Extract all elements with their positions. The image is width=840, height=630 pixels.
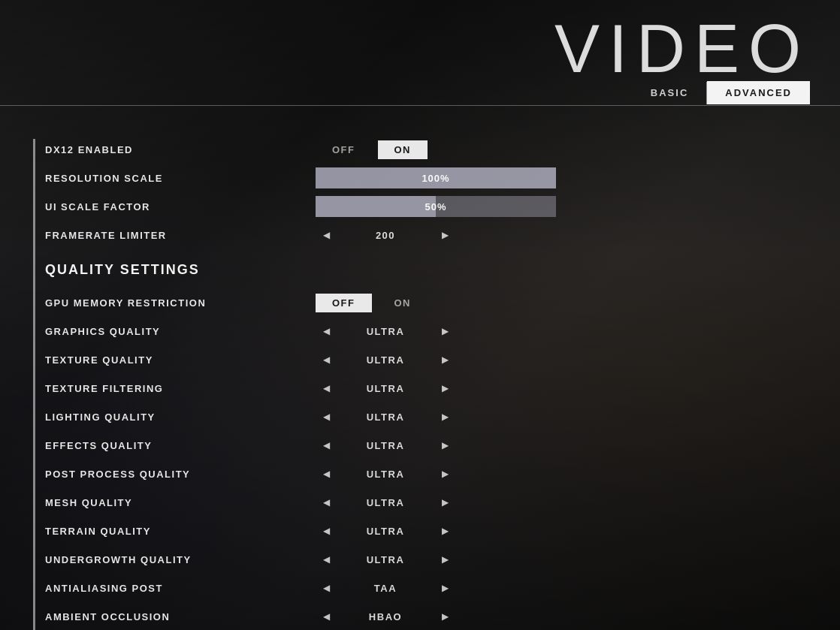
- quality-label-0: GRAPHICS QUALITY: [45, 326, 316, 337]
- quality-value-0: ULTRA: [337, 326, 434, 337]
- settings-panel: DX12 ENABLED OFF ON RESOLUTION SCALE 100…: [45, 135, 810, 630]
- quality-arrow-right-6[interactable]: [434, 492, 455, 513]
- framerate-arrow-right[interactable]: [434, 225, 455, 246]
- framerate-value: 200: [337, 230, 434, 241]
- framerate-selector: 200: [316, 225, 455, 246]
- quality-arrow-right-10[interactable]: [434, 606, 455, 627]
- quality-label-2: TEXTURE FILTERING: [45, 383, 316, 394]
- quality-value-7: ULTRA: [337, 526, 434, 537]
- dx12-row: DX12 ENABLED OFF ON: [45, 135, 810, 164]
- quality-value-3: ULTRA: [337, 411, 434, 423]
- quality-arrow-right-0[interactable]: [434, 321, 455, 342]
- quality-arrow-right-7[interactable]: [434, 520, 455, 541]
- quality-arrow-left-5[interactable]: [316, 463, 337, 484]
- page-title: VIDEO: [554, 15, 810, 83]
- tab-basic[interactable]: BASIC: [633, 81, 706, 104]
- quality-arrow-left-8[interactable]: [316, 549, 337, 570]
- resolution-scale-label: RESOLUTION SCALE: [45, 173, 316, 184]
- dx12-toggle: OFF ON: [316, 140, 428, 159]
- quality-selector-3: ULTRA: [316, 406, 455, 427]
- quality-label-4: EFFECTS QUALITY: [45, 440, 316, 451]
- quality-arrow-left-9[interactable]: [316, 577, 337, 598]
- quality-label-1: TEXTURE QUALITY: [45, 354, 316, 366]
- quality-row-4: EFFECTS QUALITY ULTRA: [45, 431, 810, 460]
- quality-selector-4: ULTRA: [316, 435, 455, 456]
- quality-selector-9: TAA: [316, 577, 455, 598]
- quality-arrow-left-4[interactable]: [316, 435, 337, 456]
- quality-row-8: UNDERGROWTH QUALITY ULTRA: [45, 545, 810, 574]
- quality-selector-6: ULTRA: [316, 492, 455, 513]
- quality-selector-1: ULTRA: [316, 349, 455, 370]
- quality-selector-7: ULTRA: [316, 520, 455, 541]
- quality-selector-5: ULTRA: [316, 463, 455, 484]
- gpu-memory-label: GPU MEMORY RESTRICTION: [45, 297, 316, 309]
- quality-label-5: POST PROCESS QUALITY: [45, 469, 316, 480]
- quality-row-6: MESH QUALITY ULTRA: [45, 488, 810, 517]
- framerate-row: FRAMERATE LIMITER 200: [45, 221, 810, 249]
- quality-arrow-right-2[interactable]: [434, 378, 455, 399]
- quality-arrow-left-0[interactable]: [316, 321, 337, 342]
- gpu-memory-on-button[interactable]: ON: [378, 294, 428, 312]
- quality-label-8: UNDERGROWTH QUALITY: [45, 554, 316, 565]
- quality-arrow-left-1[interactable]: [316, 349, 337, 370]
- quality-value-4: ULTRA: [337, 440, 434, 451]
- quality-value-5: ULTRA: [337, 469, 434, 480]
- ui-scale-label: UI SCALE FACTOR: [45, 201, 316, 213]
- quality-selector-8: ULTRA: [316, 549, 455, 570]
- tab-bar: BASIC ADVANCED: [633, 81, 810, 104]
- quality-row-3: LIGHTING QUALITY ULTRA: [45, 402, 810, 431]
- quality-value-8: ULTRA: [337, 554, 434, 565]
- quality-arrow-left-6[interactable]: [316, 492, 337, 513]
- quality-arrow-right-4[interactable]: [434, 435, 455, 456]
- quality-arrow-right-9[interactable]: [434, 577, 455, 598]
- quality-value-1: ULTRA: [337, 354, 434, 366]
- resolution-scale-slider[interactable]: 100%: [316, 167, 556, 188]
- quality-row-2: TEXTURE FILTERING ULTRA: [45, 374, 810, 402]
- quality-label-3: LIGHTING QUALITY: [45, 411, 316, 423]
- quality-row-10: AMBIENT OCCLUSION HBAO: [45, 602, 810, 630]
- framerate-arrow-left[interactable]: [316, 225, 337, 246]
- quality-row-5: POST PROCESS QUALITY ULTRA: [45, 460, 810, 488]
- resolution-scale-track: 100%: [316, 167, 556, 188]
- quality-arrow-left-2[interactable]: [316, 378, 337, 399]
- quality-arrow-left-3[interactable]: [316, 406, 337, 427]
- tab-advanced[interactable]: ADVANCED: [707, 81, 810, 104]
- quality-row-0: GRAPHICS QUALITY ULTRA: [45, 317, 810, 345]
- ui-scale-value: 50%: [425, 201, 446, 213]
- resolution-scale-value: 100%: [422, 173, 449, 184]
- quality-arrow-right-1[interactable]: [434, 349, 455, 370]
- quality-label-10: AMBIENT OCCLUSION: [45, 611, 316, 622]
- quality-arrow-left-10[interactable]: [316, 606, 337, 627]
- quality-rows: GRAPHICS QUALITY ULTRA TEXTURE QUALITY U…: [45, 317, 810, 630]
- dx12-label: DX12 ENABLED: [45, 144, 316, 155]
- gpu-memory-off-button[interactable]: OFF: [316, 294, 372, 312]
- quality-label-6: MESH QUALITY: [45, 497, 316, 508]
- quality-value-2: ULTRA: [337, 383, 434, 394]
- resolution-scale-row: RESOLUTION SCALE 100%: [45, 164, 810, 192]
- dx12-off-button[interactable]: OFF: [316, 140, 372, 159]
- ui-scale-track: 50%: [316, 196, 556, 217]
- quality-label-7: TERRAIN QUALITY: [45, 526, 316, 537]
- quality-value-10: HBAO: [337, 611, 434, 622]
- quality-row-9: ANTIALIASING POST TAA: [45, 574, 810, 602]
- quality-settings-header: QUALITY SETTINGS: [45, 255, 810, 284]
- gpu-memory-row: GPU MEMORY RESTRICTION OFF ON: [45, 288, 810, 317]
- tab-underline: [0, 105, 840, 106]
- gpu-memory-toggle: OFF ON: [316, 294, 428, 312]
- dx12-on-button[interactable]: ON: [378, 140, 428, 159]
- quality-row-1: TEXTURE QUALITY ULTRA: [45, 345, 810, 374]
- quality-value-9: TAA: [337, 583, 434, 594]
- quality-arrow-left-7[interactable]: [316, 520, 337, 541]
- quality-value-6: ULTRA: [337, 497, 434, 508]
- ui-scale-fill: [316, 196, 436, 217]
- quality-arrow-right-8[interactable]: [434, 549, 455, 570]
- framerate-label: FRAMERATE LIMITER: [45, 230, 316, 241]
- quality-selector-2: ULTRA: [316, 378, 455, 399]
- quality-selector-0: ULTRA: [316, 321, 455, 342]
- quality-arrow-right-3[interactable]: [434, 406, 455, 427]
- ui-scale-row: UI SCALE FACTOR 50%: [45, 192, 810, 221]
- ui-scale-slider[interactable]: 50%: [316, 196, 556, 217]
- quality-arrow-right-5[interactable]: [434, 463, 455, 484]
- quality-label-9: ANTIALIASING POST: [45, 583, 316, 594]
- left-accent-bar: [33, 139, 35, 630]
